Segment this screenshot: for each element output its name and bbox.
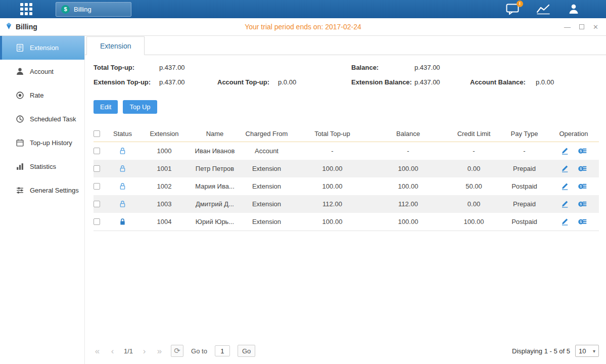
unlocked-icon <box>119 200 126 208</box>
chevron-down-icon: ▾ <box>593 348 595 354</box>
sidebar-item-rate[interactable]: Rate <box>0 83 84 107</box>
table-row: 1002 Мария Ива... Extension 100.00 100.0… <box>94 177 599 195</box>
edit-icon[interactable] <box>561 147 569 155</box>
cell-credit-limit: 100.00 <box>447 218 500 225</box>
edit-button[interactable]: Edit <box>94 100 118 114</box>
sidebar-item-label: Extension <box>30 44 59 52</box>
top-up-money-icon[interactable]: $ <box>578 183 587 190</box>
sidebar-item-topup-history[interactable]: Top-up History <box>0 131 84 155</box>
sidebar-item-statistics[interactable]: Statistics <box>0 155 84 178</box>
sidebar: Extension Account Rate Scheduled Task <box>0 36 85 364</box>
extension-table: Status Extension Name Charged From Total… <box>94 125 599 231</box>
cell-total-topup: 100.00 <box>296 183 369 190</box>
goto-page-input[interactable] <box>215 345 230 356</box>
sidebar-item-label: Top-up History <box>30 139 72 147</box>
top-up-button[interactable]: Top Up <box>123 100 157 114</box>
edit-icon[interactable] <box>561 218 569 225</box>
cell-balance: 112.00 <box>369 200 447 208</box>
header-pay-type: Pay Type <box>500 130 548 138</box>
statistics-chart-icon[interactable] <box>536 4 550 15</box>
sidebar-item-scheduled-task[interactable]: Scheduled Task <box>0 107 84 131</box>
cell-credit-limit: 50.00 <box>447 183 500 190</box>
sidebar-item-general-settings[interactable]: General Settings <box>0 178 84 202</box>
next-page-button[interactable]: › <box>141 347 148 355</box>
row-checkbox[interactable] <box>94 165 100 172</box>
top-up-money-icon[interactable]: $ <box>578 165 587 172</box>
cell-total-topup: 100.00 <box>296 218 369 225</box>
edit-icon[interactable] <box>561 183 569 190</box>
apps-grid-icon[interactable] <box>20 3 32 15</box>
cell-credit-limit: 0.00 <box>447 200 500 208</box>
first-page-button[interactable]: « <box>94 347 101 355</box>
cell-total-topup: 112.00 <box>296 200 369 208</box>
top-up-money-icon[interactable]: $ <box>578 147 587 155</box>
minimize-button[interactable]: — <box>564 24 571 30</box>
account-topup-value: p.0.00 <box>278 78 351 86</box>
sidebar-item-label: General Settings <box>30 187 79 194</box>
cell-credit-limit: 0.00 <box>447 165 500 172</box>
billing-app-tab[interactable]: $ Billing <box>56 2 131 17</box>
table-body: 1000 Иван Иванов Account - - - - $ 1001 … <box>94 142 599 231</box>
cell-balance: 100.00 <box>369 165 447 172</box>
refresh-button[interactable]: ⟳ <box>171 345 183 357</box>
svg-text:$: $ <box>580 184 582 189</box>
cell-balance: 100.00 <box>369 183 447 190</box>
cell-total-topup: 100.00 <box>296 165 369 172</box>
top-up-money-icon[interactable]: $ <box>578 218 587 225</box>
balance-label: Balance: <box>351 64 414 71</box>
header-status: Status <box>109 130 136 138</box>
go-button[interactable]: Go <box>238 345 255 357</box>
top-up-money-icon[interactable]: $ <box>578 200 587 208</box>
edit-icon[interactable] <box>561 165 569 172</box>
select-all-checkbox[interactable] <box>94 130 100 137</box>
svg-text:$: $ <box>580 166 582 171</box>
unlocked-icon <box>119 183 126 190</box>
balance-value: p.437.00 <box>414 64 470 71</box>
header-credit-limit: Credit Limit <box>447 130 500 138</box>
table-row: 1001 Петр Петров Extension 100.00 100.00… <box>94 160 599 177</box>
tab-bar: Extension <box>85 36 606 55</box>
maximize-button[interactable] <box>579 24 584 29</box>
trial-notice: Your trial period ends on: 2017-02-24 <box>0 23 606 31</box>
total-topup-label: Total Top-up: <box>94 64 159 71</box>
billing-gem-icon <box>5 22 13 32</box>
header-balance: Balance <box>369 130 447 138</box>
prev-page-button[interactable]: ‹ <box>109 347 116 355</box>
user-account-icon[interactable] <box>568 3 580 15</box>
cell-name: Мария Ива... <box>192 183 238 190</box>
goto-label: Go to <box>191 347 207 355</box>
cell-pay-type: Prepaid <box>500 165 548 172</box>
tab-label: Extension <box>100 42 131 50</box>
tab-extension[interactable]: Extension <box>86 36 145 55</box>
sidebar-item-extension[interactable]: Extension <box>0 36 84 60</box>
edit-icon[interactable] <box>561 200 569 208</box>
window-title: Billing <box>16 23 37 31</box>
cell-pay-type: Postpaid <box>500 218 548 225</box>
cell-name: Иван Иванов <box>192 147 238 155</box>
cell-charged-from: Account <box>238 147 296 155</box>
extension-topup-value: p.437.00 <box>159 78 217 86</box>
close-button[interactable]: ✕ <box>593 24 598 30</box>
page-size-dropdown[interactable]: 10 ▾ <box>575 345 599 357</box>
sidebar-item-account[interactable]: Account <box>0 60 84 83</box>
statistics-icon <box>16 162 24 171</box>
row-checkbox[interactable] <box>94 201 100 207</box>
row-checkbox[interactable] <box>94 218 100 225</box>
cell-charged-from: Extension <box>238 218 296 225</box>
cell-charged-from: Extension <box>238 165 296 172</box>
cell-extension: 1000 <box>136 147 192 155</box>
row-checkbox[interactable] <box>94 148 100 154</box>
header-charged-from: Charged From <box>238 130 296 138</box>
account-icon <box>16 67 24 76</box>
pagination-bar: « ‹ 1/1 › » ⟳ Go to Go Displaying 1 - 5 … <box>94 340 599 364</box>
cell-extension: 1003 <box>136 200 192 208</box>
last-page-button[interactable]: » <box>156 347 163 355</box>
table-row: 1004 Юрий Юрь... Extension 100.00 100.00… <box>94 213 599 231</box>
unlocked-icon <box>119 147 126 155</box>
row-checkbox[interactable] <box>94 183 100 190</box>
cell-pay-type: Prepaid <box>500 200 548 208</box>
cell-name: Юрий Юрь... <box>192 218 238 225</box>
table-row: 1000 Иван Иванов Account - - - - $ <box>94 142 599 160</box>
notifications-chat-icon[interactable]: ! <box>506 4 519 15</box>
header-name: Name <box>192 130 238 138</box>
